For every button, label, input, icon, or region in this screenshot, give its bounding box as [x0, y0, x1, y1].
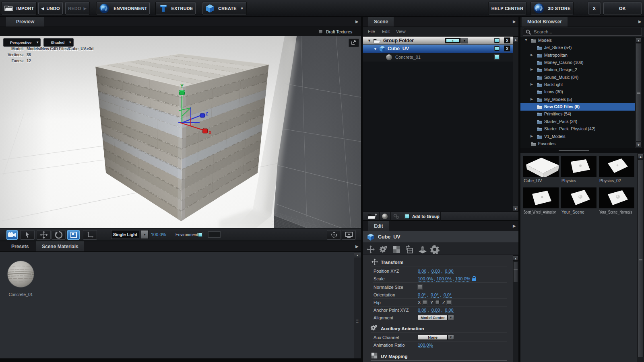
svg-text:Z: Z — [205, 111, 208, 117]
svg-text:Y: Y — [180, 83, 184, 89]
svg-text:X: X — [208, 130, 212, 136]
